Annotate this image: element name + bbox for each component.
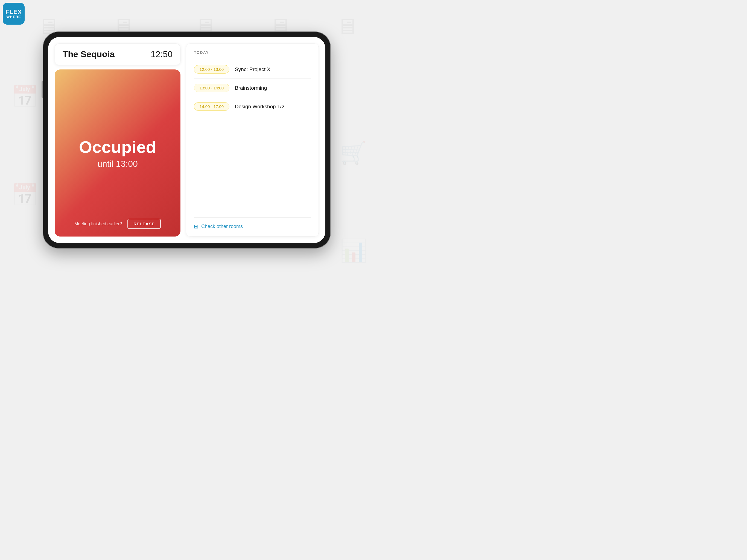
right-panel: TODAY 12:00 - 13:00 Sync: Project X 13:0…: [186, 44, 319, 236]
room-name: The Sequoia: [62, 49, 114, 59]
schedule-item-3: 14:00 - 17:00 Design Workshop 1/2: [194, 97, 311, 116]
status-until: until 13:00: [97, 159, 138, 169]
logo-where-text: WHERE: [6, 15, 21, 19]
status-title: Occupied: [79, 137, 156, 157]
event-name-1: Sync: Project X: [235, 67, 271, 73]
schedule-item-2: 13:00 - 14:00 Brainstorming: [194, 79, 311, 97]
status-card: Occupied until 13:00 Meeting finished ea…: [55, 70, 180, 236]
today-label: TODAY: [194, 50, 311, 55]
current-time: 12:50: [151, 49, 173, 59]
time-badge-3: 14:00 - 17:00: [194, 102, 229, 111]
schedule-list: 12:00 - 13:00 Sync: Project X 13:00 - 14…: [194, 60, 311, 218]
schedule-item-1: 12:00 - 13:00 Sync: Project X: [194, 60, 311, 79]
header-bar: The Sequoia 12:50: [55, 44, 180, 65]
ipad-screen: The Sequoia 12:50 Occupied until 13:00 M…: [48, 37, 325, 243]
check-rooms-label: Check other rooms: [201, 224, 243, 229]
flexwhere-logo: FLEX WHERE: [3, 3, 25, 25]
release-button[interactable]: RELEASE: [127, 219, 161, 229]
left-panel: The Sequoia 12:50 Occupied until 13:00 M…: [55, 44, 180, 236]
release-bar: Meeting finished earlier? RELEASE: [55, 219, 180, 229]
app-content: The Sequoia 12:50 Occupied until 13:00 M…: [48, 37, 325, 243]
release-question: Meeting finished earlier?: [74, 222, 122, 226]
time-badge-2: 13:00 - 14:00: [194, 84, 229, 92]
check-other-rooms-link[interactable]: ⊞ Check other rooms: [194, 218, 311, 230]
time-badge-1: 12:00 - 13:00: [194, 65, 229, 74]
event-name-2: Brainstorming: [235, 85, 267, 91]
ipad-frame: The Sequoia 12:50 Occupied until 13:00 M…: [43, 32, 330, 248]
event-name-3: Design Workshop 1/2: [235, 104, 284, 110]
check-rooms-icon: ⊞: [194, 223, 199, 230]
logo-flex-text: FLEX: [5, 9, 22, 15]
